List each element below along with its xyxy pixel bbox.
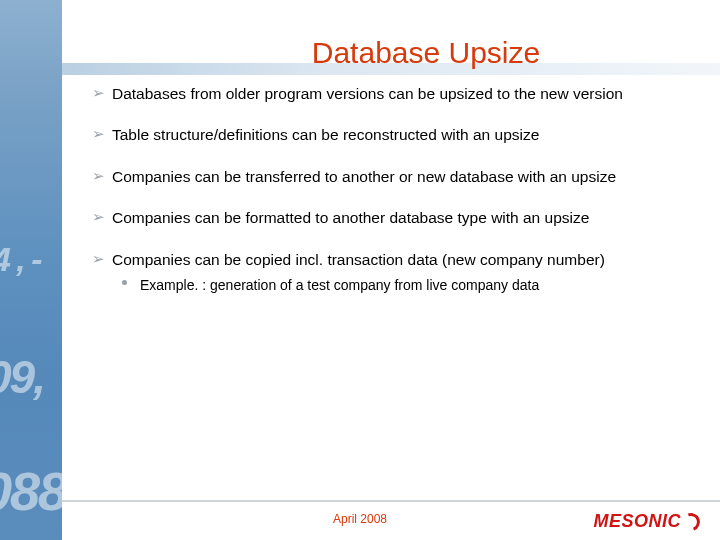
slide-title: Database Upsize — [172, 36, 680, 70]
bullet-text: Companies can be copied incl. transactio… — [112, 251, 605, 268]
chevron-right-icon: ➢ — [92, 251, 105, 266]
sub-bullet-text: Example. : generation of a test company … — [140, 277, 539, 293]
brand-logo: MESONIC — [593, 511, 700, 532]
bullet-text: Databases from older program versions ca… — [112, 85, 623, 102]
bullet-item: ➢ Companies can be formatted to another … — [92, 208, 680, 227]
slide: 4 , - 09, - 088. Database Upsize ➢ Datab… — [0, 0, 720, 540]
bullet-text: Companies can be transferred to another … — [112, 168, 616, 185]
bullet-item: ➢ Companies can be transferred to anothe… — [92, 167, 680, 186]
sub-bullet-item: Example. : generation of a test company … — [122, 277, 680, 295]
brand-logo-text: MESONIC — [593, 511, 681, 532]
bullet-item: ➢ Companies can be copied incl. transact… — [92, 250, 680, 269]
bullet-item: ➢ Table structure/definitions can be rec… — [92, 125, 680, 144]
left-decorative-strip: 4 , - 09, - 088. — [0, 0, 62, 540]
bullet-text: Table structure/definitions can be recon… — [112, 126, 539, 143]
chevron-right-icon: ➢ — [92, 85, 105, 100]
bullet-item: ➢ Databases from older program versions … — [92, 84, 680, 103]
chevron-right-icon: ➢ — [92, 126, 105, 141]
ghost-number-1: 4 , - — [0, 240, 41, 279]
bullet-text: Companies can be formatted to another da… — [112, 209, 589, 226]
dot-icon — [122, 280, 127, 285]
content-area: ➢ Databases from older program versions … — [92, 84, 680, 294]
brand-swoosh-icon — [679, 510, 703, 534]
chevron-right-icon: ➢ — [92, 209, 105, 224]
ghost-number-2: 09, - — [0, 350, 62, 458]
footer-divider — [62, 500, 720, 502]
chevron-right-icon: ➢ — [92, 168, 105, 183]
